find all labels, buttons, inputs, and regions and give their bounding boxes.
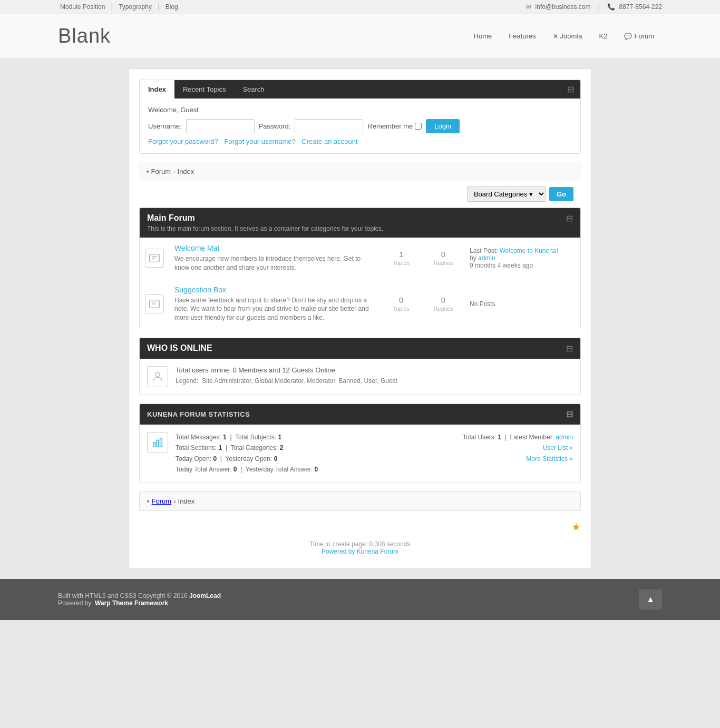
footer-warp-link[interactable]: Warp Theme Framework bbox=[95, 599, 168, 607]
statistics-section: KUNENA FORUM STATISTICS ⊟ Total Messages… bbox=[139, 404, 581, 483]
welcome-mat-lastpost-cell: Last Post: Welcome to Kunena! by admin 9… bbox=[464, 238, 580, 279]
suggestion-box-replies-count: 0 bbox=[427, 296, 459, 304]
suggestion-box-lastpost-cell: No Posts bbox=[464, 279, 580, 329]
who-is-online-collapse-icon[interactable]: ⊟ bbox=[566, 343, 573, 353]
breadcrumb-bottom-icon: ▪ bbox=[147, 497, 150, 505]
main-forum-header-text: Main Forum This is the main forum sectio… bbox=[147, 213, 383, 232]
welcome-mat-info-cell: Welcome Mat We encourage new members to … bbox=[169, 238, 380, 279]
footer-joomlead-link[interactable]: JoomLead bbox=[189, 592, 221, 599]
svg-point-2 bbox=[155, 372, 160, 377]
sep1: | bbox=[111, 3, 113, 11]
suggestion-box-no-posts: No Posts bbox=[470, 300, 495, 308]
tab-search[interactable]: Search bbox=[234, 80, 273, 99]
suggestion-box-desc: Have some feedback and input to share? D… bbox=[174, 296, 375, 322]
nav-home[interactable]: Home bbox=[466, 27, 500, 45]
stat-yesterday-total-answer-value: 0 bbox=[315, 466, 318, 473]
contact-sep: | bbox=[598, 3, 599, 11]
welcome-mat-link[interactable]: Welcome Mat bbox=[174, 244, 219, 252]
stat-yesterday-open-value: 0 bbox=[274, 455, 278, 463]
login-area: Welcome, Guest Username: Password: Remem… bbox=[140, 99, 580, 153]
email-icon: ✉ bbox=[526, 3, 531, 11]
suggestion-box-topics-label: Topics bbox=[393, 306, 409, 312]
nav-joomla[interactable]: ✕Joomla bbox=[545, 27, 590, 45]
stat-today-open-value: 0 bbox=[213, 455, 217, 463]
online-stats-text: Total users online: 0 Members and 12 Gue… bbox=[176, 366, 397, 374]
stat-yesterday-open-label: Yesterday Open: bbox=[225, 455, 272, 463]
sep2: | bbox=[158, 3, 159, 11]
forum-categories-table: Welcome Mat We encourage new members to … bbox=[140, 238, 580, 329]
welcome-mat-topics-count: 1 bbox=[385, 250, 417, 259]
suggestion-box-topics-count: 0 bbox=[385, 296, 417, 304]
breadcrumb-bottom-forum[interactable]: Forum bbox=[152, 497, 172, 505]
topnav-module-position[interactable]: Module Position bbox=[60, 3, 105, 11]
suggestion-box-replies-label: Replies bbox=[434, 306, 453, 312]
stat-total-categories-value: 2 bbox=[280, 444, 284, 451]
breadcrumb-bottom-index: Index bbox=[178, 497, 195, 505]
top-nav: Module Position | Typography | Blog bbox=[58, 3, 180, 11]
board-categories-select[interactable]: Board Categories ▾ bbox=[467, 186, 546, 202]
online-info: Total users online: 0 Members and 12 Gue… bbox=[176, 366, 397, 385]
welcome-mat-lastpost-link[interactable]: Welcome to Kunena! bbox=[500, 247, 558, 254]
svg-rect-3 bbox=[153, 442, 155, 447]
stat-total-messages-value: 1 bbox=[223, 434, 227, 441]
stat-total-sections-label: Total Sections: bbox=[176, 444, 217, 451]
nav-features[interactable]: Features bbox=[501, 27, 543, 45]
top-contact: ✉ info@business.com | 📞 8877-8564-222 bbox=[526, 3, 662, 11]
username-input[interactable] bbox=[186, 119, 255, 133]
topnav-blog[interactable]: Blog bbox=[166, 3, 178, 11]
welcome-mat-icon-cell bbox=[140, 238, 169, 279]
login-button[interactable]: Login bbox=[426, 119, 460, 133]
main-forum-desc: This is the main forum section. It serve… bbox=[147, 225, 383, 232]
contact-phone: 8877-8564-222 bbox=[619, 3, 662, 11]
stat-yesterday-total-answer-label: Yesterday Total Answer: bbox=[246, 466, 313, 473]
stat-today-open-label: Today Open: bbox=[176, 455, 211, 463]
nav-k2[interactable]: K2 bbox=[591, 27, 616, 45]
stat-latest-member-link[interactable]: admin bbox=[556, 434, 573, 441]
welcome-mat-icon bbox=[145, 249, 164, 268]
remember-me-checkbox[interactable] bbox=[415, 123, 422, 130]
go-button[interactable]: Go bbox=[549, 187, 573, 201]
forgot-password-link[interactable]: Forgot your password? bbox=[148, 137, 218, 145]
table-row: Suggestion Box Have some feedback and in… bbox=[140, 279, 580, 329]
breadcrumb-bottom-sep: › bbox=[173, 497, 176, 505]
powered-by-kunena-link[interactable]: Powered by Kunena Forum bbox=[322, 548, 398, 555]
nav-forum[interactable]: 💬Forum bbox=[616, 27, 662, 45]
main-forum-box: Main Forum This is the main forum sectio… bbox=[139, 208, 581, 329]
login-form: Username: Password: Remember me Login bbox=[148, 119, 572, 133]
stat-total-messages-label: Total Messages: bbox=[176, 434, 221, 441]
stat-today-total-answer-value: 0 bbox=[233, 466, 237, 473]
footer-left: Built with HTML5 and CSS3 Copyright © 20… bbox=[58, 592, 221, 607]
back-to-top-button[interactable]: ▲ bbox=[639, 589, 662, 609]
tab-bar-collapse-icon[interactable]: ⊟ bbox=[561, 80, 580, 99]
phone-icon: 📞 bbox=[607, 3, 615, 11]
main-forum-title: Main Forum bbox=[147, 213, 383, 223]
forum-footer-info: Time to create page: 0.308 seconds Power… bbox=[139, 535, 581, 557]
stat-latest-member-label: Latest Member: bbox=[510, 434, 554, 441]
footer-copyright: Built with HTML5 and CSS3 Copyright © 20… bbox=[58, 592, 188, 599]
more-statistics-link[interactable]: More Statistics » bbox=[526, 455, 573, 463]
main-content: Index Recent Topics Search ⊟ Welcome, Gu… bbox=[128, 68, 592, 568]
welcome-mat-lastpost-by[interactable]: admin bbox=[478, 254, 495, 262]
contact-email: info@business.com bbox=[536, 3, 591, 11]
suggestion-box-icon bbox=[145, 294, 164, 313]
statistics-title: KUNENA FORUM STATISTICS bbox=[147, 410, 250, 418]
breadcrumb-forum[interactable]: Forum bbox=[151, 168, 171, 175]
rss-icon[interactable]: ★ bbox=[571, 521, 581, 533]
stat-total-subjects-label: Total Subjects: bbox=[235, 434, 276, 441]
table-row: Welcome Mat We encourage new members to … bbox=[140, 238, 580, 279]
welcome-mat-topics-label: Topics bbox=[393, 260, 409, 266]
remember-me-label: Remember me bbox=[367, 122, 422, 130]
password-input[interactable] bbox=[295, 119, 363, 133]
create-account-link[interactable]: Create an account bbox=[301, 137, 357, 145]
suggestion-box-link[interactable]: Suggestion Box bbox=[174, 286, 226, 294]
welcome-mat-topics-cell: 1 Topics bbox=[380, 238, 422, 279]
tab-recent-topics[interactable]: Recent Topics bbox=[174, 80, 234, 99]
tab-index[interactable]: Index bbox=[140, 80, 174, 99]
topnav-typography[interactable]: Typography bbox=[119, 3, 152, 11]
main-forum-collapse-icon[interactable]: ⊟ bbox=[566, 213, 573, 223]
statistics-collapse-icon[interactable]: ⊟ bbox=[566, 409, 573, 419]
who-is-online-body: Total users online: 0 Members and 12 Gue… bbox=[140, 359, 580, 395]
user-list-link[interactable]: User List » bbox=[543, 444, 573, 451]
forgot-username-link[interactable]: Forgot your username? bbox=[225, 137, 296, 145]
tab-bar: Index Recent Topics Search ⊟ bbox=[140, 80, 580, 99]
